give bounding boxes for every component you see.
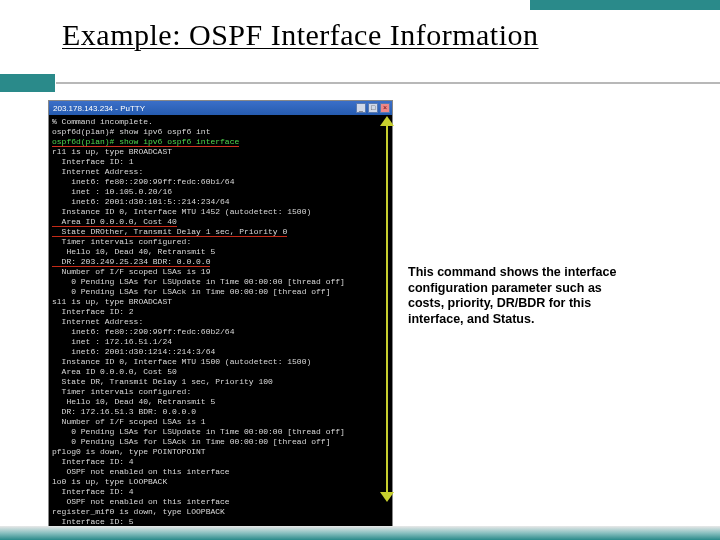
terminal-line: Interface ID: 1 <box>52 157 389 167</box>
minimize-icon[interactable]: _ <box>356 103 366 113</box>
gray-rule <box>56 82 720 84</box>
arrowhead-up-icon <box>380 116 394 126</box>
terminal-line: Interface ID: 2 <box>52 307 389 317</box>
terminal-line: Hello 10, Dead 40, Retransmit 5 <box>52 397 389 407</box>
header: Example: OSPF Interface Information <box>0 0 720 60</box>
terminal-line: DR: 203.249.25.234 BDR: 0.0.0.0 <box>52 257 389 267</box>
terminal-line: 0 Pending LSAs for LSUpdate in Time 00:0… <box>52 277 389 287</box>
terminal-line: Timer intervals configured: <box>52 387 389 397</box>
terminal-line: Area ID 0.0.0.0, Cost 50 <box>52 367 389 377</box>
terminal-line: Number of I/F scoped LSAs is 1 <box>52 417 389 427</box>
terminal-line: inet6: fe80::290:99ff:fedc:60b1/64 <box>52 177 389 187</box>
terminal-line: Interface ID: 4 <box>52 487 389 497</box>
accent-block <box>0 74 55 92</box>
terminal-line: register_mif0 is down, type LOOPBACK <box>52 507 389 517</box>
terminal-line: Number of I/F scoped LSAs is 19 <box>52 267 389 277</box>
terminal-line: % Command incomplete. <box>52 117 389 127</box>
terminal-line: Area ID 0.0.0.0, Cost 40 <box>52 217 389 227</box>
terminal-line: State DROther, Transmit Delay 1 sec, Pri… <box>52 227 389 237</box>
callout-text: This command shows the interface configu… <box>408 265 623 328</box>
terminal-line: pflog0 is down, type POINTOPOINT <box>52 447 389 457</box>
terminal-line: 0 Pending LSAs for LSAck in Time 00:00:0… <box>52 437 389 447</box>
terminal-line: OSPF not enabled on this interface <box>52 467 389 477</box>
terminal-line: Instance ID 0, Interface MTU 1452 (autod… <box>52 207 389 217</box>
terminal-line: rl1 is up, type BROADCAST <box>52 147 389 157</box>
terminal-title: 203.178.143.234 - PuTTY <box>53 104 145 113</box>
terminal-line: 0 Pending LSAs for LSAck in Time 00:00:0… <box>52 287 389 297</box>
terminal-line: sl1 is up, type BROADCAST <box>52 297 389 307</box>
page-title: Example: OSPF Interface Information <box>62 18 720 52</box>
terminal-titlebar[interactable]: 203.178.143.234 - PuTTY _ □ × <box>49 101 392 115</box>
terminal-line: Interface ID: 4 <box>52 457 389 467</box>
terminal-line: Hello 10, Dead 40, Retransmit 5 <box>52 247 389 257</box>
close-icon[interactable]: × <box>380 103 390 113</box>
terminal-line: inet6: 2001:d30:101:5::214:234/64 <box>52 197 389 207</box>
content-area: 203.178.143.234 - PuTTY _ □ × % Command … <box>48 100 680 522</box>
window-buttons: _ □ × <box>356 103 390 113</box>
terminal-line: ospf6d(plan)# show ipv6 ospf6 int <box>52 127 389 137</box>
terminal-body[interactable]: % Command incomplete.ospf6d(plan)# show … <box>49 115 392 540</box>
terminal-line: OSPF not enabled on this interface <box>52 497 389 507</box>
terminal-line: inet6: fe80::290:99ff:fedc:60b2/64 <box>52 327 389 337</box>
range-arrow <box>386 124 388 494</box>
terminal-line: Instance ID 0, Interface MTU 1500 (autod… <box>52 357 389 367</box>
footer-gradient <box>0 526 720 540</box>
terminal-line: Timer intervals configured: <box>52 237 389 247</box>
maximize-icon[interactable]: □ <box>368 103 378 113</box>
terminal-line: DR: 172.16.51.3 BDR: 0.0.0.0 <box>52 407 389 417</box>
terminal-line: ospf6d(plan)# show ipv6 ospf6 interface <box>52 137 389 147</box>
terminal-line: inet6: 2001:d30:1214::214:3/64 <box>52 347 389 357</box>
terminal-line: 0 Pending LSAs for LSUpdate in Time 00:0… <box>52 427 389 437</box>
terminal-line: Internet Address: <box>52 167 389 177</box>
terminal-line: lo0 is up, type LOOPBACK <box>52 477 389 487</box>
terminal-line: Internet Address: <box>52 317 389 327</box>
terminal-line: State DR, Transmit Delay 1 sec, Priority… <box>52 377 389 387</box>
terminal-line: inet : 10.105.0.20/16 <box>52 187 389 197</box>
terminal-window: 203.178.143.234 - PuTTY _ □ × % Command … <box>48 100 393 540</box>
arrowhead-down-icon <box>380 492 394 502</box>
terminal-line: inet : 172.16.51.1/24 <box>52 337 389 347</box>
